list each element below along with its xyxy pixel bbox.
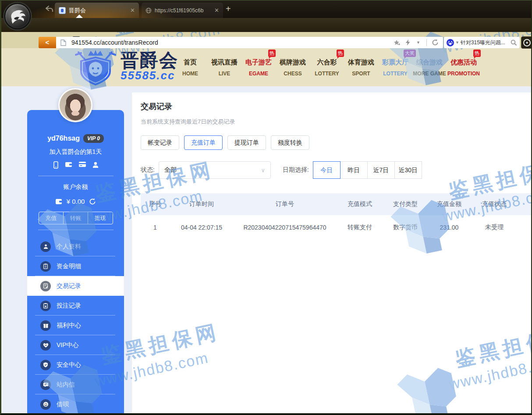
nav-item-more-game[interactable]: 综合游戏 MORE GAME: [412, 48, 447, 86]
vip-badge: VIP 0: [83, 134, 104, 143]
record-type-tabs: 帐变记录 充值订单 提现订单 额度转换: [141, 135, 531, 150]
nav-item-sport[interactable]: 体育游戏 SPORT: [344, 48, 378, 86]
refresh-balance-icon[interactable]: [89, 198, 96, 205]
document-pen-icon: [40, 281, 51, 291]
withdraw-button[interactable]: 提现: [88, 212, 112, 224]
chevron-down-icon[interactable]: ▼: [455, 40, 459, 45]
avatar[interactable]: [58, 88, 92, 122]
hot-badge: 热: [473, 50, 481, 57]
date-today-button[interactable]: 今日: [313, 161, 340, 179]
date-7days-button[interactable]: 近7日: [367, 161, 395, 179]
cell-pay-type: 数字货币: [383, 215, 427, 239]
tab-withdraw-orders[interactable]: 提现订单: [227, 135, 266, 150]
nav-item-lottery[interactable]: 热 六合彩 LOTTERY: [310, 48, 344, 86]
active-tab-pointer: [76, 14, 83, 18]
cheetah-browser-logo[interactable]: [4, 3, 31, 29]
tab-account-changes[interactable]: 帐变记录: [141, 135, 179, 150]
page-back-button[interactable]: <: [39, 37, 56, 48]
date-30days-button[interactable]: 近30日: [394, 161, 422, 179]
transfer-button[interactable]: 转账: [63, 212, 88, 224]
cell-remark: [518, 215, 531, 239]
url-field[interactable]: 941554.cc/account/transRecord ▼: [56, 37, 443, 48]
hot-badge: 热: [337, 50, 344, 57]
bookmark-star-icon[interactable]: [394, 39, 401, 46]
favorites-button[interactable]: ★: [521, 36, 532, 49]
shield-check-icon: [40, 360, 51, 370]
tab-quota-transfer[interactable]: 额度转换: [271, 135, 309, 150]
col-pay-type: 支付类型: [383, 193, 427, 215]
col-amount: 充值金额: [427, 193, 471, 215]
prize-badge: 大奖: [404, 50, 416, 57]
person-icon[interactable]: [92, 161, 99, 170]
sidebar-item-vip[interactable]: VIP中心: [27, 335, 124, 355]
lightning-icon[interactable]: [406, 39, 410, 46]
tab-close-icon[interactable]: ✕: [130, 7, 135, 14]
star-icon: ★: [523, 39, 531, 46]
tab-deposit-orders[interactable]: 充值订单: [184, 135, 223, 150]
window-back-icon[interactable]: [45, 5, 53, 14]
sidebar: yd76hsag VIP 0 加入晋爵会的第1天 账户余额 ¥ 0.00 充值 …: [27, 110, 124, 413]
table-header-row: 序号 订单时间 订单号 充值模式 支付类型 充值金额 充值状态 备注: [141, 193, 531, 215]
sidebar-item-profile[interactable]: 个人资料: [27, 237, 124, 256]
bank-card-icon[interactable]: [78, 161, 86, 170]
sidebar-item-funds[interactable]: 资金明细: [27, 256, 124, 276]
wallet-icon[interactable]: [65, 161, 73, 170]
sidebar-item-bets[interactable]: 投注记录: [27, 296, 124, 316]
table-row: 1 04-04 22:07:15 R2023040422071547596447…: [141, 215, 531, 239]
site-navbar: 晋爵会 55585.cc 首页 HOME 视讯直播 LIVE 热 电子游艺 EG…: [1, 48, 531, 86]
sidebar-item-loan[interactable]: 借呗: [27, 394, 124, 414]
divider: [426, 39, 427, 46]
browser-tab-active[interactable]: 晋爵会 ✕: [55, 3, 139, 18]
status-label: 状态:: [141, 166, 155, 174]
sidebar-item-transactions[interactable]: 交易记录: [27, 276, 124, 296]
browser-address-bar: < 941554.cc/account/transRecord ▼ ▼ 针对31…: [1, 18, 531, 32]
chevron-down-icon[interactable]: ▼: [416, 40, 420, 45]
balance-label: 账户余额: [27, 183, 124, 191]
phone-icon[interactable]: [53, 161, 59, 170]
nav-item-home[interactable]: 首页 HOME: [173, 48, 207, 86]
site-favicon: [59, 7, 66, 14]
nav-item-live[interactable]: 视讯直播 LIVE: [207, 48, 241, 86]
browser-tab-background[interactable]: https://c51f61905c6b ✕: [142, 3, 223, 18]
page-icon: [60, 39, 66, 46]
date-range-segments: 今日 昨日 近7日 近30日: [313, 161, 422, 179]
nav-item-egame[interactable]: 热 电子游艺 EGAME: [241, 48, 276, 86]
globe-icon: [145, 7, 152, 14]
nav-item-chess[interactable]: 棋牌游戏 CHESS: [276, 48, 310, 86]
nav-item-lottery-hall[interactable]: 大奖 彩票大厅 LOTTERY: [378, 48, 412, 86]
url-text[interactable]: 941554.cc/account/transRecord: [71, 39, 394, 46]
cell-deposit-mode: 转账支付: [336, 215, 383, 239]
person-icon: [40, 241, 51, 252]
refresh-icon[interactable]: [432, 39, 439, 46]
sidebar-item-security[interactable]: 安全中心: [27, 355, 124, 375]
new-tab-button[interactable]: +: [226, 4, 231, 14]
date-yesterday-button[interactable]: 昨日: [340, 161, 368, 179]
sidebar-item-messages[interactable]: 站内信: [27, 375, 124, 394]
tab-title: https://c51f61905c6b: [155, 7, 212, 14]
sidebar-item-welfare[interactable]: 福利中心: [27, 316, 124, 335]
col-order-no: 订单号: [234, 193, 336, 215]
transactions-table-wrap: 序号 订单时间 订单号 充值模式 支付类型 充值金额 充值状态 备注 1 04-…: [141, 193, 531, 239]
date-label: 日期选择:: [283, 166, 309, 174]
cell-status: 未受理: [471, 215, 518, 239]
page-subtitle: 当前系统支持查询最近7日的交易记录: [141, 118, 531, 126]
join-days-text: 加入晋爵会的第1天: [27, 148, 124, 156]
deposit-button[interactable]: 充值: [39, 212, 63, 224]
hot-badge: 热: [268, 50, 276, 57]
tab-close-icon[interactable]: ✕: [214, 7, 219, 14]
cell-order-time: 04-04 22:07:15: [170, 215, 234, 239]
col-order-time: 订单时间: [170, 193, 234, 215]
cell-index: 1: [141, 215, 170, 239]
search-input[interactable]: ▼ 针对315曝光问题...: [444, 37, 520, 48]
col-status: 充值状态: [471, 193, 518, 215]
nav-item-promotion[interactable]: 热 优惠活动 PROMOTION: [447, 48, 481, 86]
lion-shield-logo[interactable]: [71, 49, 120, 86]
status-select[interactable]: 全部 ∨: [159, 161, 271, 179]
search-query-text[interactable]: 针对315曝光问题...: [461, 39, 511, 46]
sidebar-menu: 个人资料 资金明细 交易记录 投注记录 福利中心: [27, 237, 124, 414]
nav-menu: 首页 HOME 视讯直播 LIVE 热 电子游艺 EGAME 棋牌游戏 CHES…: [173, 48, 481, 86]
page-title: 交易记录: [141, 101, 531, 112]
search-icon[interactable]: [511, 39, 517, 46]
page-body: yd76hsag VIP 0 加入晋爵会的第1天 账户余额 ¥ 0.00 充值 …: [1, 86, 531, 413]
site-logo[interactable]: 晋爵会 55585.cc: [121, 50, 178, 82]
